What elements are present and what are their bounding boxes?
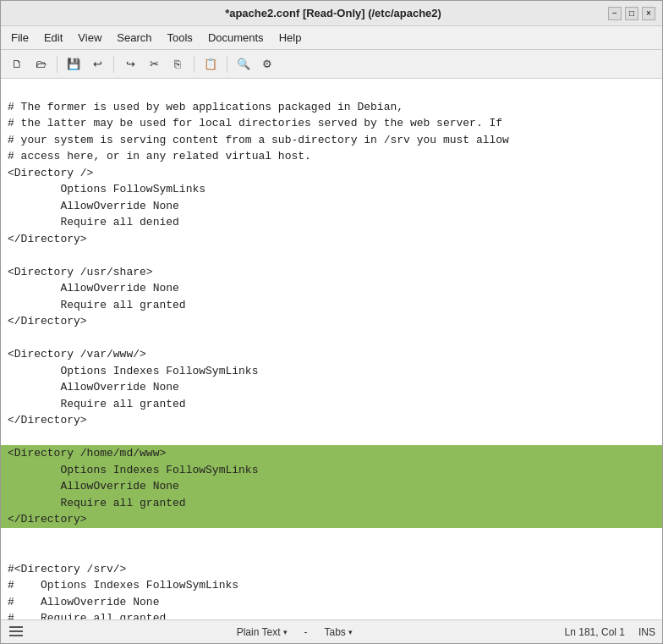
open-file-button[interactable]: 🗁	[30, 53, 52, 75]
save-file-button[interactable]: 💾	[63, 53, 85, 75]
menu-item-help[interactable]: Help	[272, 30, 309, 46]
file-type-arrow: ▾	[283, 628, 288, 636]
maximize-button[interactable]: □	[625, 7, 638, 20]
tabs-dropdown[interactable]: Tabs ▾	[321, 625, 356, 639]
menu-item-view[interactable]: View	[71, 30, 108, 46]
status-sidebar[interactable]	[8, 624, 25, 641]
file-type-dropdown[interactable]: Plain Text ▾	[233, 625, 291, 639]
status-separator-1: -	[304, 626, 308, 638]
copy-button[interactable]: ⎘	[167, 53, 189, 75]
toolbar-separator-2	[57, 56, 58, 73]
undo-button[interactable]: ↩	[86, 53, 108, 75]
menu-item-file[interactable]: File	[4, 30, 36, 46]
paste-button[interactable]: 📋	[200, 53, 222, 75]
window-controls[interactable]: − □ ×	[608, 7, 655, 20]
svg-rect-2	[9, 635, 23, 636]
menu-item-search[interactable]: Search	[110, 30, 158, 46]
cursor-position: Ln 181, Col 1	[565, 626, 625, 638]
status-center: Plain Text ▾ - Tabs ▾	[38, 625, 551, 639]
window-title: *apache2.conf [Read-Only] (/etc/apache2)	[58, 7, 608, 19]
title-bar: *apache2.conf [Read-Only] (/etc/apache2)…	[1, 1, 662, 26]
toolbar-separator-4	[113, 56, 114, 73]
menu-item-tools[interactable]: Tools	[161, 30, 200, 46]
sidebar-toggle-icon[interactable]	[8, 624, 25, 641]
cut-button[interactable]: ✂	[143, 53, 165, 75]
menu-item-edit[interactable]: Edit	[37, 30, 69, 46]
status-bar: Plain Text ▾ - Tabs ▾ Ln 181, Col 1 INS	[1, 619, 662, 643]
file-type-label: Plain Text	[237, 626, 281, 638]
find-button[interactable]: 🔍	[233, 53, 255, 75]
menu-bar: FileEditViewSearchToolsDocumentsHelp	[1, 26, 662, 50]
toolbar-separator-7	[194, 56, 195, 73]
tabs-label: Tabs	[325, 626, 346, 638]
status-right: Ln 181, Col 1 INS	[565, 626, 655, 638]
toolbar: 🗋🗁💾↩↪✂⎘📋🔍⚙	[1, 50, 662, 79]
tabs-arrow: ▾	[348, 628, 353, 636]
svg-rect-1	[9, 630, 23, 632]
minimize-button[interactable]: −	[608, 7, 622, 20]
highlighted-block: <Directory /home/md/www> Options Indexes…	[1, 445, 662, 528]
tools-button[interactable]: ⚙	[256, 53, 278, 75]
toolbar-separator-8	[227, 56, 227, 73]
insert-mode: INS	[638, 626, 655, 638]
menu-item-documents[interactable]: Documents	[201, 30, 271, 46]
close-button[interactable]: ×	[642, 7, 655, 20]
redo-button[interactable]: ↪	[119, 53, 141, 75]
new-file-button[interactable]: 🗋	[6, 53, 28, 75]
editor-area[interactable]: # The former is used by web applications…	[1, 79, 662, 619]
svg-rect-0	[9, 626, 23, 628]
